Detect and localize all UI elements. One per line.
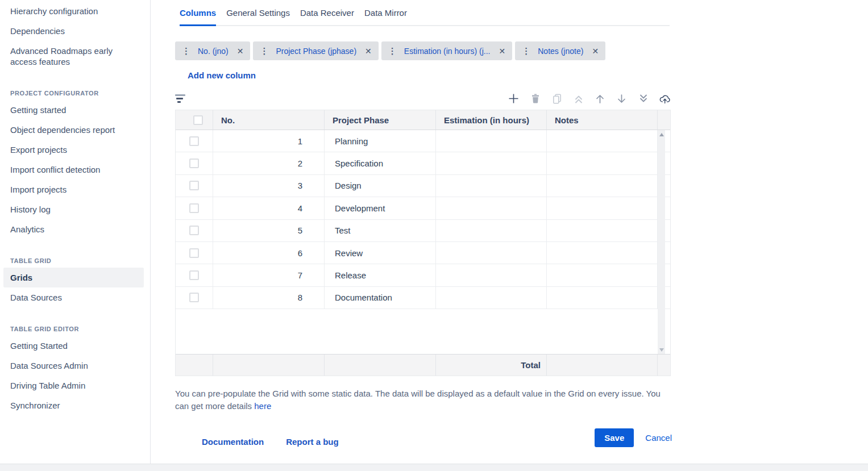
tab-columns[interactable]: Columns xyxy=(180,6,216,26)
cell-estimation[interactable] xyxy=(436,175,547,197)
row-checkbox[interactable] xyxy=(189,181,199,190)
column-chip[interactable]: ⋮Notes (jnote)✕ xyxy=(515,41,605,60)
cell-notes[interactable] xyxy=(547,152,658,174)
sidebar-item-import-projects[interactable]: Import projects xyxy=(3,180,144,199)
remove-column-icon[interactable]: ✕ xyxy=(592,47,599,55)
sidebar-item-getting-started[interactable]: Getting Started xyxy=(3,336,144,356)
cell-notes[interactable] xyxy=(547,264,658,286)
cell-estimation[interactable] xyxy=(436,130,547,152)
move-down-icon[interactable] xyxy=(616,93,628,105)
row-checkbox[interactable] xyxy=(189,270,199,280)
cancel-button[interactable]: Cancel xyxy=(645,433,672,443)
sidebar-item-getting-started[interactable]: Getting started xyxy=(3,100,144,120)
row-checkbox[interactable] xyxy=(189,226,199,235)
cell-project-phase[interactable]: Development xyxy=(325,197,436,219)
cell-project-phase[interactable]: Review xyxy=(325,242,436,264)
cell-project-phase[interactable]: Test xyxy=(325,220,436,241)
cell-project-phase[interactable]: Design xyxy=(325,175,436,197)
cell-project-phase[interactable]: Documentation xyxy=(325,287,436,309)
cell-estimation[interactable] xyxy=(436,220,547,241)
remove-column-icon[interactable]: ✕ xyxy=(365,47,372,55)
cell-no[interactable]: 7 xyxy=(213,264,325,286)
tab-general-settings[interactable]: General Settings xyxy=(226,6,290,26)
cell-no[interactable]: 1 xyxy=(213,130,325,152)
cell-no[interactable]: 3 xyxy=(213,175,325,197)
select-all-checkbox[interactable] xyxy=(193,115,203,125)
cell-estimation[interactable] xyxy=(436,152,547,174)
cell-notes[interactable] xyxy=(547,197,658,219)
cell-project-phase[interactable]: Specification xyxy=(325,152,436,174)
cell-project-phase[interactable]: Planning xyxy=(325,130,436,152)
cell-notes[interactable] xyxy=(547,242,658,264)
add-row-icon[interactable] xyxy=(508,93,520,105)
cell-estimation[interactable] xyxy=(436,197,547,219)
remove-column-icon[interactable]: ✕ xyxy=(237,47,244,55)
table-row: 1Planning xyxy=(176,130,670,152)
sidebar-item-analytics[interactable]: Analytics xyxy=(3,219,144,239)
scroll-up-icon[interactable] xyxy=(658,130,665,139)
cell-estimation[interactable] xyxy=(436,242,547,264)
sidebar-item-dependencies[interactable]: Dependencies xyxy=(3,21,144,41)
row-checkbox[interactable] xyxy=(189,159,199,168)
scroll-down-icon[interactable] xyxy=(658,345,665,354)
sidebar-item-object-dependencies-report[interactable]: Object dependencies report xyxy=(3,120,144,140)
row-checkbox-cell xyxy=(176,220,213,241)
cell-no[interactable]: 4 xyxy=(213,197,325,219)
documentation-link[interactable]: Documentation xyxy=(202,437,264,447)
cell-notes[interactable] xyxy=(547,287,658,309)
row-checkbox[interactable] xyxy=(189,203,199,213)
upload-csv-icon[interactable] xyxy=(659,93,671,105)
move-up-icon[interactable] xyxy=(594,93,606,105)
report-a-bug-link[interactable]: Report a bug xyxy=(286,437,339,447)
row-checkbox-cell xyxy=(176,152,213,174)
cell-no[interactable]: 5 xyxy=(213,220,325,241)
cell-notes[interactable] xyxy=(547,130,658,152)
cell-no[interactable]: 2 xyxy=(213,152,325,174)
column-chip-label: Project Phase (jphase) xyxy=(276,47,356,56)
filter-icon[interactable] xyxy=(175,93,185,104)
sidebar-item-history-log[interactable]: History log xyxy=(3,199,144,219)
sidebar-item-hierarchy-configuration[interactable]: Hierarchy configuration xyxy=(3,1,144,21)
cell-project-phase[interactable]: Release xyxy=(325,264,436,286)
sidebar-item-export-projects[interactable]: Export projects xyxy=(3,140,144,160)
move-top-icon[interactable] xyxy=(572,93,584,105)
drag-handle-icon[interactable]: ⋮ xyxy=(182,47,190,55)
add-column-row: Add new column xyxy=(188,70,868,81)
remove-column-icon[interactable]: ✕ xyxy=(499,47,506,55)
cell-estimation[interactable] xyxy=(436,264,547,286)
sidebar-item-driving-table-admin[interactable]: Driving Table Admin xyxy=(3,376,144,395)
cell-estimation[interactable] xyxy=(436,287,547,309)
add-new-column-link[interactable]: Add new column xyxy=(188,70,256,80)
copy-row-icon[interactable] xyxy=(551,93,563,105)
column-header-no-: No. xyxy=(213,110,325,130)
sidebar-item-grids[interactable]: Grids xyxy=(3,268,144,287)
sidebar-item-synchronizer[interactable]: Synchronizer xyxy=(3,395,144,415)
column-chip[interactable]: ⋮Project Phase (jphase)✕ xyxy=(253,41,378,60)
sidebar-item-data-sources-admin[interactable]: Data Sources Admin xyxy=(3,356,144,376)
cell-no[interactable]: 6 xyxy=(213,242,325,264)
cell-notes[interactable] xyxy=(547,220,658,241)
row-checkbox[interactable] xyxy=(189,248,199,258)
column-chip[interactable]: ⋮Estimation (in hours) (j...✕ xyxy=(381,41,512,60)
column-chip[interactable]: ⋮No. (jno)✕ xyxy=(175,41,250,60)
sidebar-item-advanced-roadmaps-early-access-features[interactable]: Advanced Roadmaps early access features xyxy=(3,41,144,72)
tab-data-mirror[interactable]: Data Mirror xyxy=(364,6,407,26)
save-button[interactable]: Save xyxy=(595,428,634,447)
drag-handle-icon[interactable]: ⋮ xyxy=(522,47,530,55)
delete-row-icon[interactable] xyxy=(529,93,541,105)
cell-notes[interactable] xyxy=(547,175,658,197)
details-here-link[interactable]: here xyxy=(254,401,271,411)
row-checkbox[interactable] xyxy=(189,293,199,302)
drag-handle-icon[interactable]: ⋮ xyxy=(260,47,268,55)
column-header-project-phase: Project Phase xyxy=(325,110,436,130)
grid-scrollbar[interactable] xyxy=(658,130,665,354)
tab-bar: ColumnsGeneral SettingsData ReceiverData… xyxy=(180,6,670,26)
sidebar-item-import-conflict-detection[interactable]: Import conflict detection xyxy=(3,160,144,180)
sidebar-item-data-sources[interactable]: Data Sources xyxy=(3,287,144,307)
move-bottom-icon[interactable] xyxy=(637,93,649,105)
row-checkbox[interactable] xyxy=(189,136,199,146)
tab-data-receiver[interactable]: Data Receiver xyxy=(300,6,354,26)
drag-handle-icon[interactable]: ⋮ xyxy=(388,47,397,55)
sidebar-section-heading: TABLE GRID EDITOR xyxy=(0,322,150,335)
cell-no[interactable]: 8 xyxy=(213,287,325,309)
